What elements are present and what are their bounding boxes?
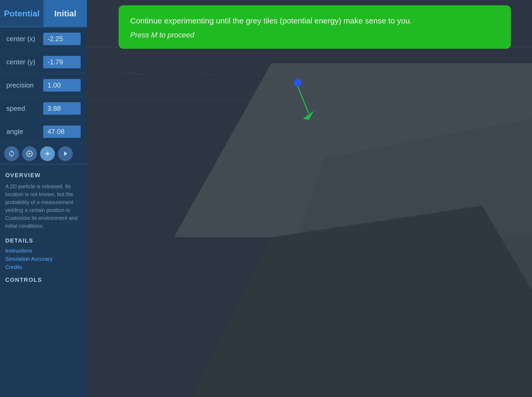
overview-heading: OVERVIEW xyxy=(5,172,82,179)
details-links: InstructionsSimulation AccuracyCredits xyxy=(5,248,82,270)
notification-press: Press M to proceed xyxy=(130,31,499,39)
particle-dot xyxy=(294,79,301,86)
details-link-2[interactable]: Credits xyxy=(5,264,82,270)
param-row-0: center (x)-2.25 xyxy=(0,27,87,51)
param-row-2: precision1.00 xyxy=(0,74,87,97)
param-label-1: center (y) xyxy=(6,58,43,66)
param-label-2: precision xyxy=(6,81,43,89)
loop-button[interactable] xyxy=(4,146,19,161)
controls-heading: CONTROLS xyxy=(5,277,82,283)
param-label-3: speed xyxy=(6,104,43,113)
tab-potential[interactable]: Potential xyxy=(0,0,43,27)
notification-box: Continue experimenting until the grey ti… xyxy=(119,5,511,49)
overview-text: A 2D particle is released. Its location … xyxy=(5,182,82,230)
scene-canvas xyxy=(87,0,532,397)
main-view: Continue experimenting until the grey ti… xyxy=(87,0,532,397)
left-panel: Potential Initial center (x)-2.25center … xyxy=(0,0,87,397)
param-value-2[interactable]: 1.00 xyxy=(43,79,81,91)
param-value-3[interactable]: 3.88 xyxy=(43,102,81,115)
tab-bar: Potential Initial xyxy=(0,0,87,27)
control-bar xyxy=(0,143,87,164)
play-icon xyxy=(62,150,69,157)
details-link-1[interactable]: Simulation Accuracy xyxy=(5,256,82,262)
param-row-4: angle47.08 xyxy=(0,120,87,143)
param-value-0[interactable]: -2.25 xyxy=(43,33,81,45)
params-container: center (x)-2.25center (y)-1.79precision1… xyxy=(0,27,87,143)
details-heading: DETAILS xyxy=(5,237,82,244)
param-label-4: angle xyxy=(6,128,43,136)
info-panel: OVERVIEW A 2D particle is released. Its … xyxy=(0,164,87,397)
play-button[interactable] xyxy=(58,146,73,161)
notification-text: Continue experimenting until the grey ti… xyxy=(130,15,499,27)
reset-icon xyxy=(26,150,33,157)
param-value-4[interactable]: 47.08 xyxy=(43,125,81,138)
loop-icon xyxy=(8,150,15,157)
details-link-0[interactable]: Instructions xyxy=(5,248,82,254)
param-label-0: center (x) xyxy=(6,35,43,43)
tab-initial[interactable]: Initial xyxy=(43,0,87,27)
svg-point-1 xyxy=(29,153,31,155)
reset-button[interactable] xyxy=(22,146,37,161)
param-row-3: speed3.88 xyxy=(0,97,87,120)
param-value-1[interactable]: -1.79 xyxy=(43,56,81,68)
edit-button[interactable] xyxy=(40,146,55,161)
svg-point-2 xyxy=(46,152,49,155)
edit-icon xyxy=(44,150,51,157)
param-row-1: center (y)-1.79 xyxy=(0,51,87,74)
